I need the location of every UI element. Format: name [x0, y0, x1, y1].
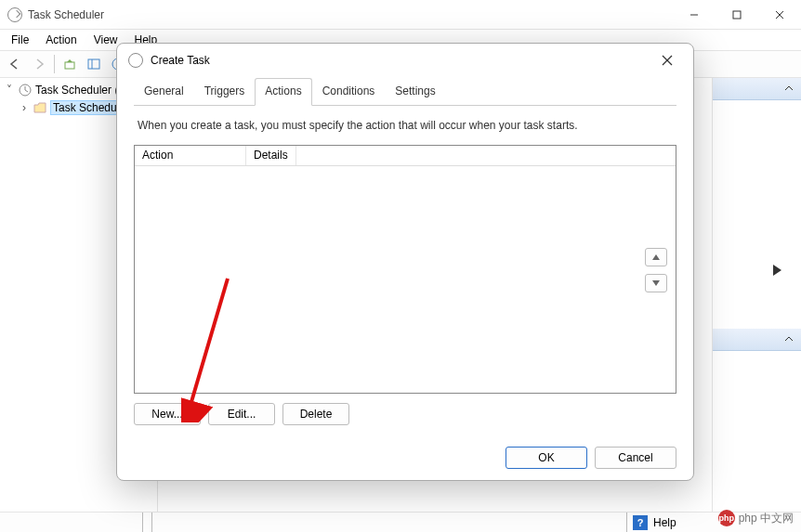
watermark: php php 中文网 [718, 510, 794, 526]
task-scheduler-icon [7, 7, 22, 22]
statusbar: ? Help [0, 512, 801, 532]
status-seg-1 [0, 513, 143, 532]
folder-icon [33, 101, 46, 114]
collapse-up-icon [784, 334, 794, 344]
panel-button[interactable] [83, 53, 105, 75]
tab-settings[interactable]: Settings [385, 78, 445, 106]
main-titlebar: Task Scheduler [0, 0, 801, 30]
menu-file[interactable]: File [4, 32, 36, 48]
dialog-close-button[interactable] [652, 45, 682, 75]
order-buttons [645, 248, 667, 292]
actions-header[interactable] [713, 78, 801, 100]
toolbar-separator [54, 55, 55, 73]
close-button[interactable] [758, 0, 801, 30]
actions-listbox[interactable]: Action Details [134, 145, 676, 394]
menu-action[interactable]: Action [38, 32, 84, 48]
tab-conditions[interactable]: Conditions [312, 78, 386, 106]
col-details[interactable]: Details [246, 146, 296, 165]
help-badge-icon: ? [633, 515, 648, 530]
expand-icon[interactable]: › [19, 101, 30, 114]
ok-button[interactable]: OK [506, 447, 587, 469]
new-button[interactable]: New... [134, 403, 201, 425]
watermark-logo: php [718, 510, 735, 526]
forward-button[interactable] [28, 53, 50, 75]
svg-rect-4 [65, 62, 74, 69]
window-controls [673, 0, 801, 30]
actions-hint: When you create a task, you must specify… [134, 106, 676, 145]
actions-panel [712, 78, 801, 512]
col-action[interactable]: Action [135, 146, 246, 165]
dialog-titlebar: Create Task [117, 44, 693, 77]
svg-rect-5 [88, 59, 99, 69]
status-help[interactable]: ? Help [626, 513, 676, 532]
collapse-icon[interactable]: ˅ [4, 84, 15, 97]
tab-actions[interactable]: Actions [255, 78, 311, 106]
create-task-dialog: Create Task General Triggers Actions Con… [116, 43, 694, 481]
maximize-button[interactable] [716, 0, 758, 30]
move-up-button[interactable] [645, 248, 667, 266]
dialog-title: Create Task [151, 54, 210, 67]
watermark-text: php 中文网 [739, 511, 794, 526]
collapse-up-icon [784, 84, 794, 93]
status-grip[interactable] [143, 513, 152, 532]
edit-button[interactable]: Edit... [208, 403, 275, 425]
actions-header-2[interactable] [713, 329, 801, 351]
svg-rect-1 [733, 11, 741, 19]
dialog-icon [128, 53, 143, 68]
up-button[interactable] [59, 53, 81, 75]
play-icon[interactable] [771, 264, 782, 277]
cancel-button[interactable]: Cancel [595, 447, 676, 469]
tree-root-label: Task Scheduler (L [35, 84, 125, 97]
move-down-button[interactable] [645, 274, 667, 292]
dialog-tabs: General Triggers Actions Conditions Sett… [134, 77, 676, 106]
status-help-label: Help [653, 516, 676, 529]
list-header: Action Details [135, 146, 676, 166]
tab-general[interactable]: General [134, 78, 194, 106]
back-button[interactable] [4, 53, 26, 75]
action-buttons-row: New... Edit... Delete [134, 394, 676, 435]
clock-icon [19, 84, 32, 97]
delete-button[interactable]: Delete [282, 403, 349, 425]
tab-triggers[interactable]: Triggers [194, 78, 256, 106]
minimize-button[interactable] [673, 0, 716, 30]
dialog-footer: OK Cancel [117, 435, 693, 480]
window-title: Task Scheduler [28, 8, 104, 21]
dialog-body: General Triggers Actions Conditions Sett… [117, 77, 693, 435]
